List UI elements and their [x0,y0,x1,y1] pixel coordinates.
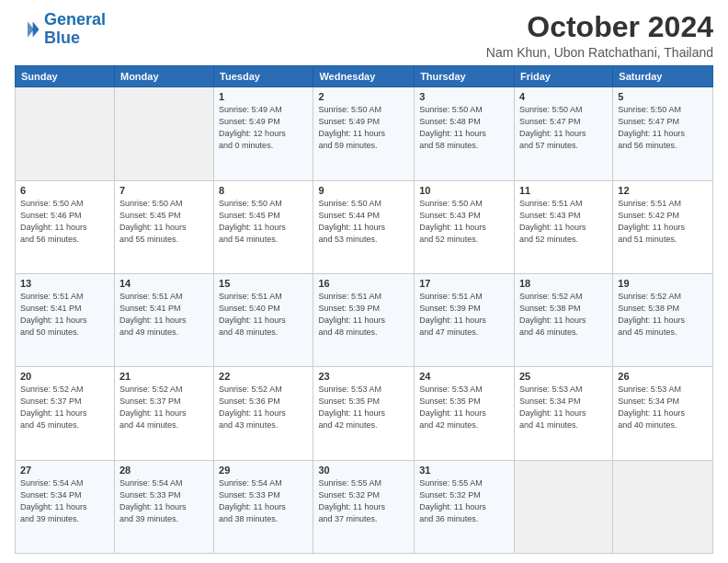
day-number: 24 [419,371,509,382]
col-header-saturday: Saturday [613,66,713,87]
table-row: 10Sunrise: 5:50 AM Sunset: 5:43 PM Dayli… [415,180,515,273]
table-row: 16Sunrise: 5:51 AM Sunset: 5:39 PM Dayli… [313,273,415,366]
day-number: 9 [318,185,409,196]
day-info: Sunrise: 5:55 AM Sunset: 5:32 PM Dayligh… [419,477,509,525]
table-row: 18Sunrise: 5:52 AM Sunset: 5:38 PM Dayli… [514,273,612,366]
day-info: Sunrise: 5:50 AM Sunset: 5:45 PM Dayligh… [219,198,308,246]
day-number: 17 [419,278,509,289]
table-row [114,87,213,180]
table-row: 11Sunrise: 5:51 AM Sunset: 5:43 PM Dayli… [514,180,612,273]
calendar-table: SundayMondayTuesdayWednesdayThursdayFrid… [15,65,713,554]
logo-blue: Blue [44,29,80,47]
day-info: Sunrise: 5:51 AM Sunset: 5:39 PM Dayligh… [419,291,509,339]
day-number: 7 [119,185,209,196]
day-number: 8 [219,185,308,196]
day-number: 30 [318,465,409,476]
table-row [16,87,115,180]
day-number: 26 [618,371,708,382]
col-header-thursday: Thursday [415,66,515,87]
day-info: Sunrise: 5:51 AM Sunset: 5:43 PM Dayligh… [519,198,608,246]
day-number: 5 [618,91,708,102]
day-number: 27 [20,465,109,476]
day-number: 6 [20,185,109,196]
day-number: 1 [219,91,308,102]
day-info: Sunrise: 5:52 AM Sunset: 5:37 PM Dayligh… [119,384,209,431]
logo-text: General Blue [44,11,106,48]
day-number: 10 [419,185,509,196]
table-row: 31Sunrise: 5:55 AM Sunset: 5:32 PM Dayli… [415,460,515,553]
table-row: 27Sunrise: 5:54 AM Sunset: 5:34 PM Dayli… [16,460,115,553]
day-number: 25 [519,371,608,382]
day-info: Sunrise: 5:50 AM Sunset: 5:48 PM Dayligh… [419,104,509,152]
day-info: Sunrise: 5:50 AM Sunset: 5:44 PM Dayligh… [318,198,409,246]
day-number: 11 [519,185,608,196]
table-row: 22Sunrise: 5:52 AM Sunset: 5:36 PM Dayli… [214,367,313,460]
day-number: 20 [20,371,109,382]
logo: General Blue [15,11,106,48]
day-info: Sunrise: 5:54 AM Sunset: 5:33 PM Dayligh… [119,477,209,525]
day-info: Sunrise: 5:50 AM Sunset: 5:47 PM Dayligh… [618,104,708,152]
day-number: 31 [419,465,509,476]
table-row: 19Sunrise: 5:52 AM Sunset: 5:38 PM Dayli… [613,273,713,366]
table-row: 3Sunrise: 5:50 AM Sunset: 5:48 PM Daylig… [415,87,515,180]
table-row: 14Sunrise: 5:51 AM Sunset: 5:41 PM Dayli… [114,273,213,366]
table-row [514,460,612,553]
table-row: 7Sunrise: 5:50 AM Sunset: 5:45 PM Daylig… [114,180,213,273]
day-number: 23 [318,371,409,382]
table-row: 30Sunrise: 5:55 AM Sunset: 5:32 PM Dayli… [313,460,415,553]
table-row [613,460,713,553]
day-number: 14 [119,278,209,289]
table-row: 20Sunrise: 5:52 AM Sunset: 5:37 PM Dayli… [16,367,115,460]
day-info: Sunrise: 5:52 AM Sunset: 5:37 PM Dayligh… [20,384,109,431]
day-info: Sunrise: 5:49 AM Sunset: 5:49 PM Dayligh… [219,104,308,152]
table-row: 21Sunrise: 5:52 AM Sunset: 5:37 PM Dayli… [114,367,213,460]
header: General Blue October 2024 Nam Khun, Ubon… [15,11,713,60]
day-number: 4 [519,91,608,102]
table-row: 29Sunrise: 5:54 AM Sunset: 5:33 PM Dayli… [214,460,313,553]
day-number: 18 [519,278,608,289]
col-header-wednesday: Wednesday [313,66,415,87]
table-row: 6Sunrise: 5:50 AM Sunset: 5:46 PM Daylig… [16,180,115,273]
col-header-sunday: Sunday [16,66,115,87]
table-row: 15Sunrise: 5:51 AM Sunset: 5:40 PM Dayli… [214,273,313,366]
day-info: Sunrise: 5:53 AM Sunset: 5:35 PM Dayligh… [318,384,409,431]
day-number: 3 [419,91,509,102]
day-info: Sunrise: 5:53 AM Sunset: 5:35 PM Dayligh… [419,384,509,431]
month-title: October 2024 [486,11,713,43]
day-number: 22 [219,371,308,382]
day-number: 12 [618,185,708,196]
day-info: Sunrise: 5:53 AM Sunset: 5:34 PM Dayligh… [618,384,708,431]
table-row: 25Sunrise: 5:53 AM Sunset: 5:34 PM Dayli… [514,367,612,460]
day-number: 2 [318,91,409,102]
day-info: Sunrise: 5:55 AM Sunset: 5:32 PM Dayligh… [318,477,409,525]
day-info: Sunrise: 5:51 AM Sunset: 5:41 PM Dayligh… [20,291,109,339]
table-row: 23Sunrise: 5:53 AM Sunset: 5:35 PM Dayli… [313,367,415,460]
day-info: Sunrise: 5:52 AM Sunset: 5:38 PM Dayligh… [519,291,608,339]
day-info: Sunrise: 5:50 AM Sunset: 5:43 PM Dayligh… [419,198,509,246]
table-row: 26Sunrise: 5:53 AM Sunset: 5:34 PM Dayli… [613,367,713,460]
day-number: 28 [119,465,209,476]
day-number: 21 [119,371,209,382]
logo-general: General [44,10,106,29]
day-info: Sunrise: 5:50 AM Sunset: 5:45 PM Dayligh… [119,198,209,246]
title-block: October 2024 Nam Khun, Ubon Ratchathani,… [486,11,713,60]
day-number: 29 [219,465,308,476]
table-row: 1Sunrise: 5:49 AM Sunset: 5:49 PM Daylig… [214,87,313,180]
day-info: Sunrise: 5:53 AM Sunset: 5:34 PM Dayligh… [519,384,608,431]
day-info: Sunrise: 5:54 AM Sunset: 5:33 PM Dayligh… [219,477,308,525]
table-row: 24Sunrise: 5:53 AM Sunset: 5:35 PM Dayli… [415,367,515,460]
table-row: 4Sunrise: 5:50 AM Sunset: 5:47 PM Daylig… [514,87,612,180]
day-info: Sunrise: 5:54 AM Sunset: 5:34 PM Dayligh… [20,477,109,525]
table-row: 12Sunrise: 5:51 AM Sunset: 5:42 PM Dayli… [613,180,713,273]
location: Nam Khun, Ubon Ratchathani, Thailand [486,45,713,60]
table-row: 2Sunrise: 5:50 AM Sunset: 5:49 PM Daylig… [313,87,415,180]
table-row: 17Sunrise: 5:51 AM Sunset: 5:39 PM Dayli… [415,273,515,366]
table-row: 9Sunrise: 5:50 AM Sunset: 5:44 PM Daylig… [313,180,415,273]
col-header-friday: Friday [514,66,612,87]
day-number: 13 [20,278,109,289]
day-info: Sunrise: 5:51 AM Sunset: 5:42 PM Dayligh… [618,198,708,246]
day-info: Sunrise: 5:50 AM Sunset: 5:49 PM Dayligh… [318,104,409,152]
col-header-tuesday: Tuesday [214,66,313,87]
day-info: Sunrise: 5:50 AM Sunset: 5:47 PM Dayligh… [519,104,608,152]
day-info: Sunrise: 5:51 AM Sunset: 5:39 PM Dayligh… [318,291,409,339]
